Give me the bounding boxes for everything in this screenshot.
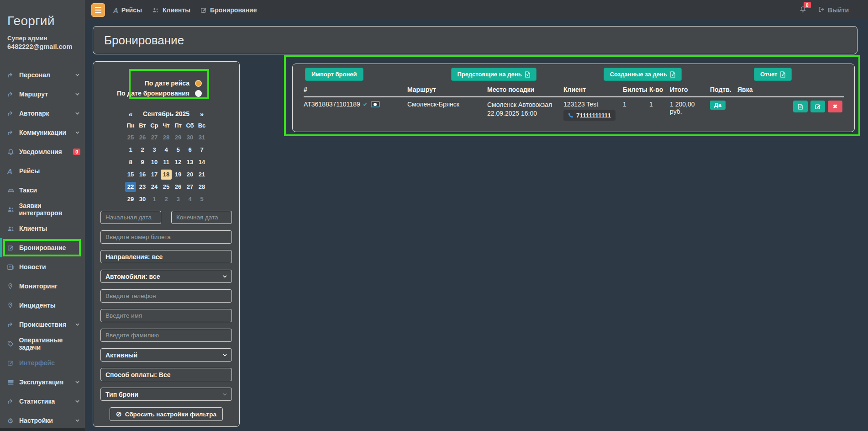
calendar-day[interactable]: 4 (184, 193, 196, 205)
radio-by-booking-date[interactable]: По дате бронирования (93, 88, 202, 98)
calendar-day[interactable]: 16 (137, 168, 148, 181)
sidebar-item-statistics[interactable]: Статистика (0, 392, 85, 411)
report-button[interactable]: Отчет (754, 68, 792, 81)
calendar-day[interactable]: 19 (172, 168, 184, 181)
confirmed-badge[interactable]: Да (710, 101, 726, 110)
sidebar-item-operational-tasks[interactable]: Оперативные задачи (0, 334, 85, 353)
sidebar-item-route[interactable]: Маршрут (0, 85, 85, 104)
directions-filter[interactable]: Направления: все (100, 250, 232, 263)
sidebar-item-integrator-requests[interactable]: Заявки интеграторов (0, 200, 85, 219)
calendar-day[interactable]: 24 (148, 181, 160, 193)
logout-button[interactable]: Выйти (818, 6, 849, 14)
calendar-day[interactable]: 29 (125, 193, 137, 205)
status-select[interactable]: Активный (100, 348, 232, 362)
payment-method-filter[interactable]: Способ оплаты: Все (100, 368, 232, 381)
calendar-day[interactable]: 29 (172, 131, 184, 144)
calendar-day[interactable]: 26 (172, 181, 184, 193)
calendar-day[interactable]: 2 (137, 144, 148, 156)
sidebar-item-personnel[interactable]: Персонал (0, 65, 85, 85)
start-date-input[interactable] (100, 211, 161, 224)
sidebar-item-communications[interactable]: Коммуникации (0, 123, 85, 142)
calendar-day[interactable]: 1 (125, 144, 137, 156)
reset-filters-button[interactable]: ⊘ Сбросить настройки фильтра (110, 407, 223, 421)
share-arrow-icon (7, 111, 19, 117)
radio-by-trip-date[interactable]: По дате рейса (93, 78, 202, 88)
calendar-day[interactable]: 2 (160, 193, 172, 205)
calendar-day[interactable]: 17 (148, 168, 160, 181)
calendar-day[interactable]: 3 (172, 193, 184, 205)
calendar-day[interactable]: 8 (125, 156, 137, 168)
vehicles-select[interactable]: Автомобили: все (100, 270, 232, 283)
import-bookings-button[interactable]: Импорт броней (305, 68, 363, 81)
created-for-day-button[interactable]: Созданные за день (604, 68, 682, 81)
calendar-day[interactable]: 9 (137, 156, 148, 168)
first-name-input[interactable] (100, 309, 232, 322)
last-name-input[interactable] (100, 329, 232, 342)
topnav-item-trips[interactable]: AРейсы (113, 6, 142, 14)
sidebar-item-monitoring[interactable]: Мониторинг (0, 277, 85, 296)
calendar-prev-button[interactable]: « (125, 110, 137, 118)
calendar-day[interactable]: 1 (148, 193, 160, 205)
ticket-doc-button[interactable] (793, 101, 808, 112)
calendar-day[interactable]: 25 (160, 181, 172, 193)
ticket-number-input[interactable] (100, 230, 232, 244)
sidebar-item-interface[interactable]: Интерфейс (0, 353, 85, 372)
calendar-day[interactable]: 13 (184, 156, 196, 168)
topnav-item-clients[interactable]: Клиенты (152, 6, 190, 14)
calendar-day[interactable]: 28 (160, 131, 172, 144)
edit-booking-button[interactable] (810, 101, 825, 112)
radio-button[interactable] (195, 80, 202, 87)
sidebar-item-trips[interactable]: AРейсы (0, 161, 85, 181)
calendar-day[interactable]: 11 (160, 156, 172, 168)
phone-input[interactable] (100, 289, 232, 303)
calendar-day[interactable]: 10 (148, 156, 160, 168)
calendar-day[interactable]: 27 (184, 181, 196, 193)
notifications-button[interactable]: 0 (800, 6, 806, 15)
calendar-day[interactable]: 31 (196, 131, 208, 144)
calendar-day[interactable]: 5 (172, 144, 184, 156)
calendar-day[interactable]: 28 (196, 181, 208, 193)
calendar-day[interactable]: 4 (160, 144, 172, 156)
calendar-day[interactable]: 30 (184, 131, 196, 144)
sidebar-item-operation[interactable]: Эксплуатация (0, 372, 85, 392)
banknote-icon[interactable] (371, 101, 380, 107)
calendar-day[interactable]: 20 (184, 168, 196, 181)
sidebar-item-fleet[interactable]: Автопарк (0, 104, 85, 123)
sidebar-item-news[interactable]: Новости (0, 257, 85, 277)
calendar-day[interactable]: 26 (137, 131, 148, 144)
calendar-day[interactable]: 21 (196, 168, 208, 181)
sidebar-item-accidents[interactable]: Происшествия (0, 315, 85, 334)
calendar-day[interactable]: 7 (196, 144, 208, 156)
topnav-item-booking[interactable]: Бронирование (200, 6, 257, 14)
pickup-place: Смоленск Автовокзал (487, 101, 562, 109)
sidebar-item-taxi[interactable]: Такси (0, 181, 85, 200)
menu-toggle-button[interactable] (91, 3, 105, 17)
sidebar-item-notifications[interactable]: Уведомления0 (0, 142, 85, 161)
booking-type-select[interactable]: Тип брони (100, 388, 232, 401)
calendar-day[interactable]: 5 (196, 193, 208, 205)
calendar-day[interactable]: 23 (137, 181, 148, 193)
calendar-day[interactable]: 15 (125, 168, 137, 181)
calendar-day[interactable]: 3 (148, 144, 160, 156)
sidebar-item-clients[interactable]: Клиенты (0, 219, 85, 238)
radio-button[interactable] (195, 90, 202, 97)
end-date-input[interactable] (171, 211, 232, 224)
calendar-day[interactable]: 30 (137, 193, 148, 205)
upcoming-for-day-button[interactable]: Предстоящие на день (451, 68, 537, 81)
sidebar-item-booking[interactable]: Бронирование (0, 238, 85, 257)
calendar-next-button[interactable]: » (196, 110, 208, 118)
calendar-day[interactable]: 12 (172, 156, 184, 168)
sidebar-item-incidents[interactable]: Инциденты (0, 296, 85, 315)
delete-booking-button[interactable]: ✖ (828, 101, 842, 112)
sidebar-item-settings[interactable]: ⚙Настройки (0, 411, 85, 430)
calendar-day[interactable]: 14 (196, 156, 208, 168)
calendar-day[interactable]: 18 (160, 168, 172, 181)
client-phone-chip[interactable]: 71111111111 (563, 110, 615, 121)
table-row: АТ36188371101189✔Смоленск-БрянскСмоленск… (304, 97, 844, 121)
sidebar-item-label: Такси (19, 186, 37, 194)
calendar-day[interactable]: 6 (184, 144, 196, 156)
calendar-day[interactable]: 27 (148, 131, 160, 144)
calendar-day[interactable]: 25 (125, 131, 137, 144)
calendar-title[interactable]: Сентябрь 2025 (137, 110, 196, 117)
calendar-day[interactable]: 22 (125, 181, 137, 193)
